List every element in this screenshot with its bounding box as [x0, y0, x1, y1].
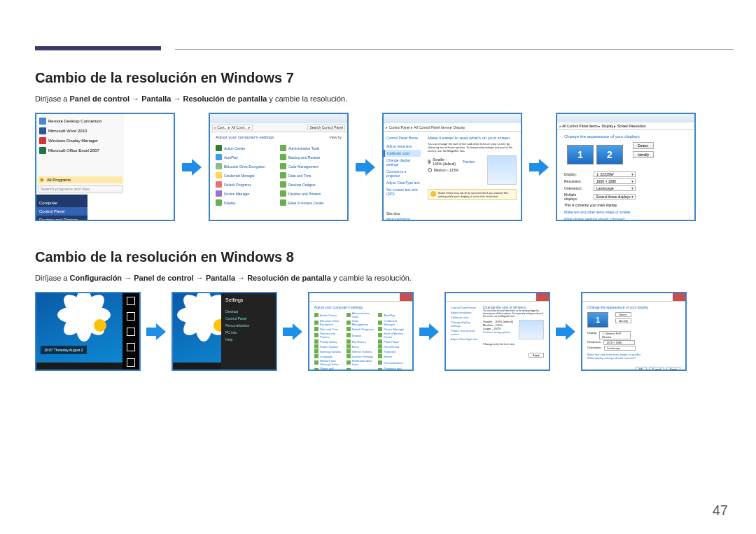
cp-item[interactable]: Keyboard	[378, 349, 407, 353]
settings-link[interactable]: PC info	[225, 329, 272, 336]
settings-link[interactable]: Help	[225, 336, 272, 343]
close-icon[interactable]	[400, 293, 412, 301]
link[interactable]: What display settings should I choose?	[564, 217, 687, 221]
detect-button[interactable]: Detect	[615, 312, 631, 317]
cp-item[interactable]: Date and Time	[314, 327, 344, 331]
orientation-select[interactable]: Landscape	[594, 185, 636, 191]
cp-item[interactable]: Administrative Tools	[346, 311, 376, 318]
cp-item[interactable]: Default Programs	[216, 180, 277, 189]
identify-button[interactable]: Identify	[615, 318, 631, 323]
cp-item[interactable]: Power Options	[346, 367, 376, 371]
identify-button[interactable]: Identify	[633, 151, 654, 158]
side-link-selected[interactable]: Control Panel	[36, 207, 88, 216]
nav-link[interactable]: Project to a second screen	[451, 328, 479, 337]
apply-button[interactable]: Apply	[666, 367, 680, 371]
cp-item[interactable]: AutoPlay	[216, 153, 277, 162]
cp-item[interactable]: Family Safety	[314, 339, 344, 344]
search-charm-icon[interactable]	[127, 297, 135, 305]
nav-link[interactable]: Adjust ClearType text	[386, 179, 421, 186]
multi-select[interactable]: Extend these displays	[594, 194, 636, 199]
display-select[interactable]: 1. Generic PnP Monitor	[599, 331, 631, 339]
menu-item[interactable]: Microsoft Word 2010	[38, 126, 122, 136]
nav-link[interactable]: Adjust ClearType text	[451, 337, 479, 342]
detect-button[interactable]: Detect	[633, 142, 654, 149]
cp-item[interactable]: Backup and Restore	[280, 153, 342, 162]
cp-item[interactable]: Ease of Access Center	[280, 198, 342, 207]
ok-button[interactable]: OK	[636, 367, 647, 371]
cp-item[interactable]: Flash Player	[378, 339, 407, 344]
cp-item[interactable]: Folder Options	[314, 344, 344, 349]
cp-item[interactable]: HomeGroup	[378, 344, 407, 349]
link[interactable]: Custom sizing options	[483, 330, 513, 334]
cp-item[interactable]: Devices and Printers	[280, 189, 342, 198]
monitor-box[interactable]: 1	[587, 312, 608, 328]
nav-link[interactable]: Adjust resolution	[451, 310, 479, 315]
start-charm-icon[interactable]	[127, 328, 135, 336]
menu-item[interactable]: Remote Desktop Connection	[38, 116, 122, 126]
cp-item[interactable]: Credential Manager	[216, 171, 277, 180]
resolution-select[interactable]: 1920 × 1080	[594, 178, 636, 184]
cp-item[interactable]: Devices and Printers	[314, 332, 344, 339]
cp-item[interactable]: Desktop Gadgets	[280, 180, 342, 189]
cp-item[interactable]: Notification Area Icons	[346, 359, 376, 366]
cp-item[interactable]: BitLocker Drive Encryption	[216, 162, 277, 171]
nav-link[interactable]: Change display settings	[386, 157, 421, 168]
cp-item[interactable]: Internet Options	[346, 349, 376, 353]
cp-item[interactable]: Location Settings	[346, 354, 376, 358]
cp-item[interactable]: Action Center	[216, 143, 277, 153]
settings-link[interactable]: Desktop	[225, 308, 272, 315]
cp-item[interactable]: Device Manager	[378, 327, 407, 331]
cp-item[interactable]: Action Center	[314, 311, 344, 318]
close-icon[interactable]	[673, 293, 685, 301]
orientation-select[interactable]: Landscape	[604, 346, 636, 351]
cp-item[interactable]: Default Programs	[346, 327, 376, 331]
nav-link[interactable]: Personalization	[386, 216, 421, 221]
cp-item[interactable]: File History	[346, 339, 376, 344]
nav-link[interactable]: Adjust resolution	[386, 143, 421, 150]
settings-link[interactable]: Control Panel	[225, 315, 272, 322]
cancel-button[interactable]: Cancel	[649, 367, 664, 371]
all-programs[interactable]: All Programs	[38, 176, 122, 183]
nav-link[interactable]: Change display settings	[451, 320, 479, 328]
share-charm-icon[interactable]	[127, 312, 135, 321]
nav-link[interactable]: Connect to a projector	[386, 168, 421, 179]
radio-option[interactable]: Medium - 125%	[428, 168, 475, 172]
link[interactable]: What display settings should I choose?	[587, 356, 680, 360]
menu-item[interactable]: Microsoft Office Excel 2007	[38, 146, 122, 155]
side-link[interactable]: Devices and Printers	[39, 216, 85, 221]
address-bar[interactable]: ▸ Control Panel ▸ All Control Panel Item…	[384, 123, 521, 132]
cp-item[interactable]: AutoPlay	[378, 311, 407, 318]
nav-link[interactable]: Calibrate color	[387, 150, 421, 157]
settings-link[interactable]: Personalization	[225, 322, 272, 329]
cp-item[interactable]: Ease of Access Center	[378, 332, 407, 339]
cp-item[interactable]: Display	[216, 198, 277, 207]
cp-item[interactable]: Personalization	[378, 359, 407, 366]
address-bar[interactable]: « All Control Panel Items ▸ Display ▸ Sc…	[557, 122, 694, 130]
settings-charm-icon[interactable]	[127, 358, 135, 367]
nav-link[interactable]: Set custom text size (DPI)	[386, 186, 421, 197]
devices-charm-icon[interactable]	[127, 343, 135, 351]
search-input[interactable]: Search programs and files	[38, 185, 122, 192]
nav-home[interactable]: Control Panel Home	[386, 136, 421, 140]
cp-item[interactable]: Color Management	[346, 319, 376, 326]
nav-link[interactable]: Calibrate color	[451, 315, 479, 320]
link[interactable]: Make text and other items larger or smal…	[564, 210, 687, 214]
display-select[interactable]: 1. 2233SW	[594, 171, 636, 177]
menu-item[interactable]: Windows Display Manager	[38, 136, 122, 146]
address-bar[interactable]: « Cont... ▸ All Contr... ▸Search Control…	[210, 123, 347, 132]
cp-item[interactable]: Device Manager	[216, 189, 277, 198]
monitor-box[interactable]: 2	[596, 145, 623, 164]
close-icon[interactable]	[536, 293, 549, 301]
cp-item[interactable]: Phone and Modem	[314, 367, 344, 371]
cp-item[interactable]: Fonts	[346, 344, 376, 349]
cp-item[interactable]: Indexing Options	[314, 349, 344, 353]
cp-item[interactable]: Date and Time	[280, 171, 342, 180]
cp-item[interactable]: Color Management	[280, 162, 342, 171]
cp-item[interactable]: Display	[346, 332, 376, 339]
monitor-box[interactable]: 1	[567, 145, 594, 164]
resolution-select[interactable]: 1920 × 1080	[603, 340, 635, 345]
side-link[interactable]: Computer	[39, 199, 85, 207]
cp-item[interactable]: Programs and Features	[378, 367, 407, 371]
cp-item[interactable]: BitLocker Drive Encryption	[314, 319, 344, 326]
cp-item[interactable]: Network and Sharing Center	[314, 359, 344, 366]
